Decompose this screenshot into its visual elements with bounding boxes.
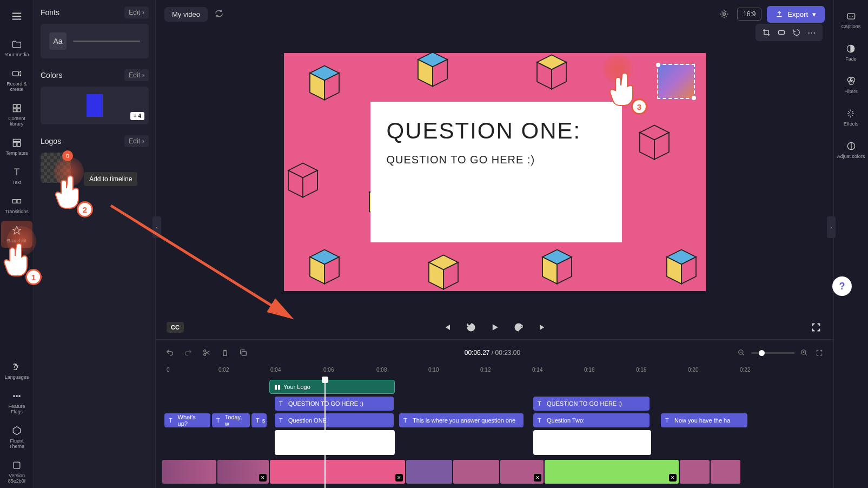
rail-label: Record & create xyxy=(2,81,31,92)
svg-rect-1 xyxy=(13,104,16,108)
fade-button[interactable]: Fade xyxy=(843,39,859,66)
topbar: My video ⋯ 16:9 Export▾ xyxy=(156,0,833,28)
adjust-colors-button[interactable]: Adjust colors xyxy=(835,136,867,163)
aspect-ratio-badge[interactable]: 16:9 xyxy=(737,8,761,21)
delete-clip-button[interactable] xyxy=(220,347,230,358)
logos-edit-button[interactable]: Edit › xyxy=(124,135,149,147)
split-button[interactable] xyxy=(201,347,212,358)
clip-logo[interactable]: ▮▮Your Logo xyxy=(269,380,395,394)
video-clip[interactable] xyxy=(406,460,452,484)
fit-timeline-button[interactable] xyxy=(814,347,825,358)
transition-icon[interactable]: ✕ xyxy=(395,474,403,482)
svg-rect-6 xyxy=(13,142,16,147)
fit-icon[interactable] xyxy=(776,27,787,38)
zoom-slider[interactable] xyxy=(751,352,794,354)
rail-label: Feature Flags xyxy=(2,404,31,414)
clip-today[interactable]: TToday, w xyxy=(212,413,250,427)
video-clip[interactable] xyxy=(453,460,499,484)
text-track-2[interactable]: TWhat's up? TToday, w Ts TQuestion ONE T… xyxy=(162,413,827,427)
video-canvas[interactable]: QUESTION ONE: QUESTION TO GO HERE :) xyxy=(284,53,706,291)
zoom-out-button[interactable] xyxy=(736,347,747,358)
logo-placeholder[interactable] xyxy=(657,64,695,99)
video-track[interactable]: ✕ ✕ ✕ ✕ xyxy=(162,460,827,484)
video-clip[interactable] xyxy=(162,460,216,484)
play-button[interactable] xyxy=(488,321,501,334)
annotation-highlight xyxy=(603,54,633,84)
cc-button[interactable]: CC xyxy=(167,322,184,333)
fullscreen-button[interactable] xyxy=(810,321,823,334)
rail-languages[interactable]: Languages xyxy=(1,357,32,384)
font-name-placeholder xyxy=(73,41,140,42)
redo-button[interactable] xyxy=(183,347,194,358)
transition-icon[interactable]: ✕ xyxy=(534,474,541,482)
menu-button[interactable] xyxy=(6,5,28,27)
rail-record-create[interactable]: Record & create xyxy=(1,64,32,96)
clip-whats-up[interactable]: TWhat's up? xyxy=(164,413,210,427)
main-area: My video ⋯ 16:9 Export▾ xyxy=(156,0,833,488)
video-clip[interactable]: ✕ xyxy=(545,460,679,484)
export-button[interactable]: Export▾ xyxy=(767,6,825,23)
rail-version[interactable]: Version 85e2b0f xyxy=(1,456,32,488)
video-clip[interactable]: ✕ xyxy=(270,460,405,484)
font-preview[interactable]: Aa xyxy=(41,24,149,58)
clip-white-card-2[interactable] xyxy=(533,430,651,455)
clip-question-two[interactable]: TQuestion Two: xyxy=(533,413,650,427)
text-track-1[interactable]: TQUESTION TO GO HERE :) TQUESTION TO GO … xyxy=(162,397,827,411)
skip-forward-button[interactable] xyxy=(536,321,549,334)
duplicate-button[interactable] xyxy=(238,347,249,358)
cube-decoration xyxy=(630,118,679,167)
clip-question-here-2[interactable]: TQUESTION TO GO HERE :) xyxy=(533,397,650,411)
sync-icon[interactable] xyxy=(214,9,225,19)
colors-preview[interactable]: + 4 xyxy=(41,87,149,124)
crop-icon[interactable] xyxy=(761,27,772,38)
rail-templates[interactable]: Templates xyxy=(1,133,32,160)
rail-label: Content library xyxy=(2,116,31,127)
project-title[interactable]: My video xyxy=(164,7,208,22)
video-clip[interactable] xyxy=(711,460,740,484)
rail-feature-flags[interactable]: Feature Flags xyxy=(1,386,32,419)
rail-transitions[interactable]: Transitions xyxy=(1,192,32,219)
undo-button[interactable] xyxy=(164,347,175,358)
settings-button[interactable] xyxy=(717,6,732,22)
video-clip[interactable] xyxy=(680,460,710,484)
clip-question-here-1[interactable]: TQUESTION TO GO HERE :) xyxy=(275,397,394,411)
collapse-left-panel[interactable]: ‹ xyxy=(153,216,161,238)
filters-button[interactable]: Filters xyxy=(842,71,860,98)
clip-now-you[interactable]: TNow you have the ha xyxy=(661,413,747,427)
clip-answer[interactable]: TThis is where you answer question one xyxy=(399,413,524,427)
question-card: QUESTION ONE: QUESTION TO GO HERE :) xyxy=(370,102,622,242)
rail-fluent-theme[interactable]: Fluent Theme xyxy=(1,421,32,453)
fonts-edit-button[interactable]: Edit › xyxy=(124,6,149,18)
clip-question-one[interactable]: TQuestion ONE xyxy=(275,413,394,427)
zoom-thumb[interactable] xyxy=(759,350,765,356)
more-icon[interactable]: ⋯ xyxy=(806,27,817,38)
edit-label: Edit xyxy=(129,137,140,145)
rotate-icon[interactable] xyxy=(791,27,802,38)
timeline-ruler[interactable]: 0 0:02 0:04 0:06 0:08 0:10 0:12 0:14 0:1… xyxy=(162,365,827,378)
clip-s[interactable]: Ts xyxy=(251,413,267,427)
clip-white-card-1[interactable] xyxy=(275,430,395,455)
rail-text[interactable]: Text xyxy=(1,162,32,189)
video-clip[interactable]: ✕ xyxy=(500,460,544,484)
ruler-tick: 0:02 xyxy=(218,367,229,373)
captions-button[interactable]: Captions xyxy=(839,6,863,34)
rail-your-media[interactable]: Your media xyxy=(1,35,32,62)
transition-icon[interactable]: ✕ xyxy=(669,474,677,482)
svg-rect-9 xyxy=(17,200,21,203)
help-button[interactable]: ? xyxy=(832,276,852,296)
rail-content-library[interactable]: Content library xyxy=(1,98,32,131)
logo-track[interactable]: ▮▮Your Logo xyxy=(162,380,827,394)
effects-button[interactable]: Effects xyxy=(842,104,860,131)
image-track[interactable] xyxy=(162,430,827,457)
zoom-in-button[interactable] xyxy=(799,347,810,358)
transition-icon[interactable]: ✕ xyxy=(259,474,267,482)
collapse-right-panel[interactable]: › xyxy=(827,216,836,238)
skip-back-button[interactable] xyxy=(441,321,454,334)
colors-edit-button[interactable]: Edit › xyxy=(124,69,149,81)
forward-button[interactable] xyxy=(512,321,525,334)
rewind-button[interactable] xyxy=(465,321,478,334)
playhead[interactable] xyxy=(324,380,326,488)
font-sample: Aa xyxy=(49,32,67,50)
zoom-controls xyxy=(736,347,825,358)
video-clip[interactable]: ✕ xyxy=(217,460,269,484)
